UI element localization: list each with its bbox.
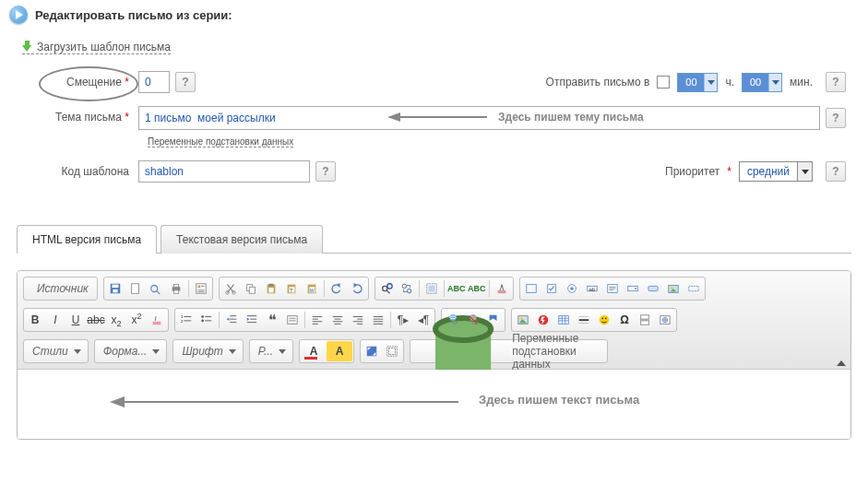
bgcolor-button[interactable]: A (327, 341, 352, 361)
anchor-button[interactable] (483, 310, 504, 330)
code-label-wrap: Код шаблона (22, 165, 138, 178)
bold-button[interactable]: B (25, 310, 45, 330)
justifyblock-button[interactable] (368, 310, 388, 330)
paste-word-button[interactable]: W (302, 278, 322, 299)
numberedlist-button[interactable]: 12 (176, 310, 196, 330)
send-at-help-button[interactable]: ? (826, 72, 846, 92)
subject-label-wrap: Тема письма * (22, 106, 138, 124)
row-subject: Тема письма * Здесь пишем тему письма ? (22, 106, 846, 130)
select-button[interactable] (623, 278, 643, 299)
svg-marker-73 (227, 317, 230, 321)
table-button[interactable] (553, 310, 574, 330)
required-marker: * (125, 76, 129, 89)
svg-rect-60 (153, 322, 161, 325)
bidiltr-button[interactable]: ¶▸ (393, 310, 413, 330)
outdent-button[interactable] (221, 310, 242, 330)
code-help-button[interactable]: ? (315, 161, 336, 182)
div-button[interactable] (282, 310, 303, 330)
underline-button[interactable]: U (65, 310, 86, 330)
italic-button[interactable]: I (45, 310, 65, 330)
format-combo[interactable]: Форма... (96, 341, 166, 361)
indent-button[interactable] (242, 310, 262, 330)
paste-text-button[interactable]: T (281, 278, 302, 299)
subject-input[interactable] (138, 106, 820, 130)
strike-button[interactable]: abc (86, 310, 106, 330)
subscript-button[interactable]: x2 (106, 310, 126, 330)
offset-input[interactable] (138, 71, 170, 93)
tab-text-version[interactable]: Текстовая версия письма (161, 225, 323, 254)
send-hour-select[interactable]: 00 (677, 73, 718, 92)
editor-body[interactable]: Здесь пишем текст письма (18, 370, 850, 439)
load-template-link[interactable]: Загрузить шаблон письма (22, 41, 171, 54)
download-icon (22, 41, 33, 53)
showblocks-button[interactable] (382, 341, 402, 361)
removeformat2-button[interactable]: I (147, 310, 167, 330)
priority-select[interactable]: средний (739, 161, 813, 182)
textfield-button[interactable]: ab (582, 278, 602, 299)
bulletedlist-button[interactable] (196, 310, 217, 330)
source-button[interactable]: Источник (25, 278, 96, 299)
removeformat-button[interactable] (492, 278, 512, 299)
pagebreak-button[interactable] (635, 310, 655, 330)
size-combo[interactable]: Р... (251, 341, 291, 361)
textarea-button[interactable] (602, 278, 623, 299)
subject-vars-link[interactable]: Переменные подстановки данных (148, 136, 293, 148)
svg-rect-7 (112, 285, 118, 289)
spellcheck-button[interactable]: ABC (446, 278, 467, 299)
row-code: Код шаблона ? Приоритет * средний ? (22, 160, 846, 183)
replace-button[interactable] (397, 278, 417, 299)
copy-button[interactable] (241, 278, 261, 299)
priority-help-button[interactable]: ? (826, 161, 846, 182)
image-button[interactable] (513, 310, 533, 330)
vars-button[interactable]: Переменные подстановки данных (411, 341, 606, 361)
unlink-button[interactable] (463, 310, 483, 330)
specialchar-button[interactable]: Ω (614, 310, 635, 330)
newpage-button[interactable] (125, 278, 146, 299)
cut-button[interactable] (220, 278, 241, 299)
bidirtl-button[interactable]: ◂¶ (413, 310, 434, 330)
superscript-button[interactable]: x2 (126, 310, 147, 330)
send-minute-select[interactable]: 00 (742, 73, 782, 92)
iframe-button[interactable] (655, 310, 675, 330)
tb-group-clipboard: T W (219, 277, 369, 301)
selectall-button[interactable] (422, 278, 442, 299)
flash-button[interactable] (533, 310, 553, 330)
textcolor-button[interactable]: A (301, 341, 327, 361)
toolbar-collapse-button[interactable] (837, 360, 846, 366)
subject-help-button[interactable]: ? (826, 108, 846, 128)
print-button[interactable] (166, 278, 186, 299)
offset-help-button[interactable]: ? (175, 72, 196, 92)
templates-button[interactable] (191, 278, 211, 299)
save-button[interactable] (105, 278, 125, 299)
scayt-button[interactable]: ABC (467, 278, 487, 299)
undo-button[interactable] (327, 278, 347, 299)
template-code-input[interactable] (138, 160, 310, 183)
justifyleft-button[interactable] (307, 310, 327, 330)
checkbox-button[interactable] (541, 278, 562, 299)
redo-button[interactable] (347, 278, 367, 299)
maximize-button[interactable] (362, 341, 382, 361)
smiley-button[interactable] (594, 310, 614, 330)
button-button[interactable] (643, 278, 663, 299)
styles-combo[interactable]: Стили (25, 341, 87, 361)
link-button[interactable] (443, 310, 463, 330)
form-button[interactable] (521, 278, 541, 299)
justifycenter-button[interactable] (327, 310, 348, 330)
svg-rect-13 (173, 285, 178, 288)
blockquote-button[interactable]: ❝ (262, 310, 282, 330)
imagebutton-button[interactable] (663, 278, 684, 299)
priority-group: Приоритет * средний ? (665, 161, 846, 182)
hiddenfield-button[interactable] (684, 278, 704, 299)
hr-button[interactable] (574, 310, 594, 330)
justifyright-button[interactable] (348, 310, 368, 330)
svg-point-46 (570, 287, 574, 290)
svg-rect-43 (526, 285, 536, 293)
svg-point-38 (402, 284, 406, 288)
preview-button[interactable] (146, 278, 166, 299)
find-button[interactable] (376, 278, 397, 299)
paste-button[interactable] (261, 278, 281, 299)
font-combo[interactable]: Шрифт (174, 341, 241, 361)
tab-html-version[interactable]: HTML версия письма (17, 225, 157, 254)
radio-button[interactable] (562, 278, 582, 299)
send-at-checkbox[interactable] (657, 76, 670, 89)
